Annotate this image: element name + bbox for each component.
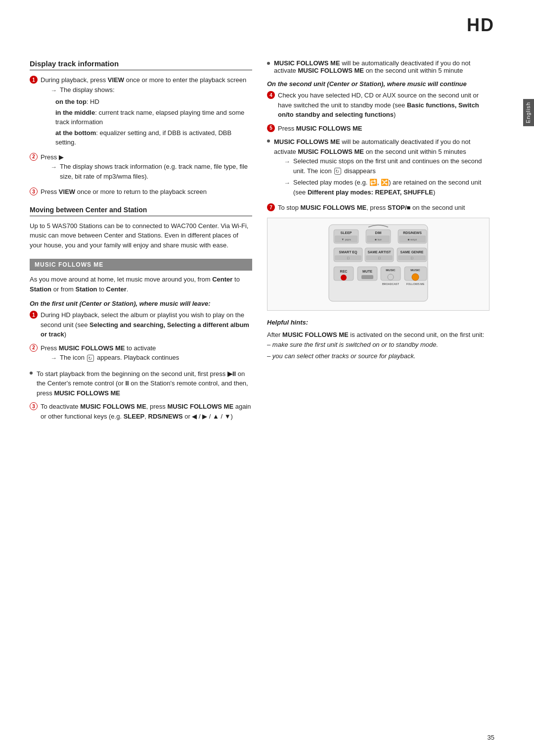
moving-section-title: Moving between Center and Station (30, 206, 252, 216)
italic-heading-1: On the first unit (Center or Station), w… (30, 300, 252, 307)
step-2-arrow-text: The display shows track information (e.g… (60, 162, 252, 181)
right-step-4: 4 (267, 91, 275, 99)
list-item: MUSIC FOLLOWS ME will be automatically d… (267, 137, 490, 199)
step-1-text: During playback, press VIEW once or more… (41, 76, 246, 84)
svg-point-36 (412, 274, 419, 281)
auto-deactivate-notice: MUSIC FOLLOWS ME will be automatically d… (267, 59, 490, 74)
step-number-1: 1 (30, 76, 38, 84)
svg-text:SLEEP: SLEEP (341, 231, 352, 235)
left-column: Display track information 1 During playb… (30, 59, 252, 425)
music-follows-banner: MUSIC FOLLOWS ME (30, 259, 252, 271)
bullet-dot (30, 372, 33, 375)
step-2-content: Press ▶ → The display shows track inform… (41, 152, 252, 184)
list-item: 1 During HD playback, select the album o… (30, 310, 252, 339)
page-number: 35 (488, 734, 494, 741)
music-follows-body: As you move around at home, let music mo… (30, 275, 252, 294)
moving-step-2: 2 (30, 344, 38, 352)
right-step-5-content: Press MUSIC FOLLOWS ME (278, 124, 490, 134)
bullet-dot-right (267, 62, 270, 65)
helpful-hint-2: – you can select other tracks or source … (267, 351, 490, 361)
svg-text:SMART EQ: SMART EQ (339, 250, 358, 254)
label-at-bottom: at the bottom: equalizer setting and, if… (41, 128, 252, 147)
right-column: MUSIC FOLLOWS ME will be automatically d… (267, 59, 490, 425)
moving-step-list: 1 During HD playback, select the album o… (30, 310, 252, 421)
list-item: 7 To stop MUSIC FOLLOWS ME, press STOP/■… (267, 203, 490, 213)
moving-step-2-text: Press MUSIC FOLLOWS ME to activate (41, 344, 156, 352)
helpful-hint-1: – make sure the first unit is switched o… (267, 340, 490, 350)
step-3-content: Press VIEW once or more to return to the… (41, 187, 252, 197)
helpful-hints-intro: After MUSIC FOLLOWS ME is activated on t… (267, 330, 490, 340)
right-step-5-text: Press MUSIC FOLLOWS ME (278, 125, 362, 132)
list-item: 5 Press MUSIC FOLLOWS ME (267, 124, 490, 134)
moving-step-3-text: To deactivate MUSIC FOLLOWS ME, press MU… (41, 403, 251, 420)
moving-step-1-text: During HD playback, select the album or … (41, 311, 249, 338)
moving-step-1: 1 (30, 311, 38, 319)
step-number-3: 3 (30, 188, 38, 195)
right-step-7-content: To stop MUSIC FOLLOWS ME, press STOP/■ o… (278, 203, 490, 213)
step-3-text: Press VIEW once or more to return to the… (41, 188, 207, 195)
auto-deactivate-text: MUSIC FOLLOWS ME will be automatically d… (274, 59, 490, 74)
svg-text:SAME GENRE: SAME GENRE (400, 250, 423, 254)
step-1-arrow-text: The display shows: (60, 85, 115, 95)
right-step-6-text: MUSIC FOLLOWS ME will be automatically d… (274, 138, 470, 155)
helpful-hints: Helpful hints: After MUSIC FOLLOWS ME is… (267, 318, 490, 361)
remote-svg: SLEEP ▼ pqrs DIM ■ tuv RDS/NEWS ■ wxyz S… (324, 222, 433, 306)
bullet-content: To start playback from the beginning on … (37, 369, 252, 398)
list-item: 2 Press ▶ → The display shows track info… (30, 152, 252, 184)
bullet-text: To start playback from the beginning on … (37, 370, 248, 397)
right-step-4-content: Check you have selected HD, CD or AUX so… (278, 91, 490, 120)
language-tab: English (523, 99, 534, 126)
moving-step-1-content: During HD playback, select the album or … (41, 310, 252, 339)
moving-step-3: 3 (30, 402, 38, 410)
list-item: 3 To deactivate MUSIC FOLLOWS ME, press … (30, 402, 252, 421)
list-item: To start playback from the beginning on … (30, 369, 252, 398)
right-step-5: 5 (267, 124, 275, 132)
step-2-text: Press ▶ (41, 153, 64, 161)
label-in-middle: in the middle: current track name, elaps… (41, 108, 252, 127)
moving-step-2-content: Press MUSIC FOLLOWS ME to activate → The… (41, 343, 252, 365)
right-step-4-text: Check you have selected HD, CD or AUX so… (278, 92, 479, 118)
svg-text:MUSIC: MUSIC (410, 269, 420, 272)
italic-heading-2: On the second unit (Center or Station), … (267, 80, 490, 88)
step-1-arrow: → The display shows: (50, 85, 252, 95)
svg-text:▼ pqrs: ▼ pqrs (341, 238, 351, 241)
step-2-sub: → The icon appears. Playback continues (50, 353, 252, 363)
remote-control-image: SLEEP ▼ pqrs DIM ■ tuv RDS/NEWS ■ wxyz S… (267, 218, 490, 311)
svg-text:MUSIC: MUSIC (386, 269, 396, 272)
right-step-7: 7 (267, 203, 275, 211)
right-step-6-arrow1: → Selected music stops on the first unit… (284, 156, 490, 176)
right-step-6-arrow2: → Selected play modes (e.g. 🔁, 🔀) are re… (284, 178, 490, 197)
svg-text:■ tuv: ■ tuv (375, 238, 381, 241)
svg-text:DIM: DIM (375, 231, 382, 235)
right-step-6-content: MUSIC FOLLOWS ME will be automatically d… (274, 137, 490, 199)
label-on-top: on the top: HD (41, 97, 252, 107)
page-container: HD English 35 Display track information … (0, 0, 534, 756)
step-2-arrow: → The display shows track information (e… (50, 162, 252, 181)
display-track-title: Display track information (30, 59, 252, 70)
content-area: Display track information 1 During playb… (30, 59, 494, 425)
list-item: 4 Check you have selected HD, CD or AUX … (267, 91, 490, 120)
svg-text:SAME ARTIST: SAME ARTIST (367, 250, 391, 254)
list-item: 1 During playback, press VIEW once or mo… (30, 75, 252, 148)
step-1-content: During playback, press VIEW once or more… (41, 75, 252, 148)
svg-text:REC: REC (340, 270, 348, 273)
svg-point-27 (341, 275, 347, 281)
step-number-2: 2 (30, 153, 38, 161)
right-step-6-arrow1-text: Selected music stops on the first unit a… (293, 156, 490, 176)
list-item: 3 Press VIEW once or more to return to t… (30, 187, 252, 197)
bullet-dot-6 (267, 140, 270, 142)
right-step-6-arrow2-text: Selected play modes (e.g. 🔁, 🔀) are reta… (293, 178, 490, 197)
svg-text:■ wxyz: ■ wxyz (408, 238, 417, 241)
right-step-list: 4 Check you have selected HD, CD or AUX … (267, 91, 490, 213)
helpful-hints-title: Helpful hints: (267, 318, 490, 328)
svg-point-33 (388, 274, 394, 280)
moving-body: Up to 5 WAS700 Stations can be to connec… (30, 221, 252, 250)
svg-text:MUTE: MUTE (362, 270, 372, 273)
svg-text:FOLLOWS ME: FOLLOWS ME (406, 283, 425, 285)
right-step-7-text: To stop MUSIC FOLLOWS ME, press STOP/■ o… (278, 204, 465, 211)
step-2-sub-text: The icon appears. Playback continues (60, 353, 179, 363)
svg-text:BROADCAST: BROADCAST (382, 283, 400, 285)
svg-rect-30 (361, 275, 373, 279)
moving-step-3-content: To deactivate MUSIC FOLLOWS ME, press MU… (41, 402, 252, 421)
list-item: 2 Press MUSIC FOLLOWS ME to activate → T… (30, 343, 252, 365)
